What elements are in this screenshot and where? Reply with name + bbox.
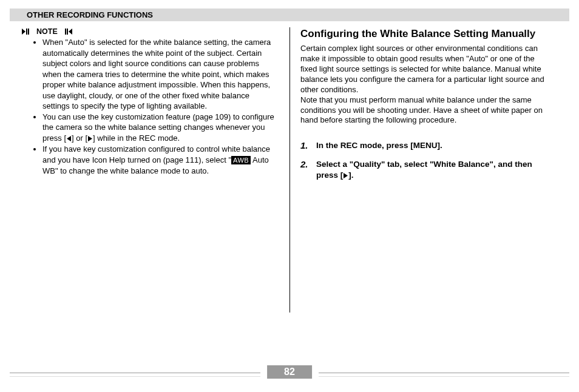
step-text: Select a "Quality" tab, select "White Ba… bbox=[316, 159, 552, 181]
note-icon-right bbox=[60, 29, 72, 35]
svg-marker-0 bbox=[22, 29, 25, 35]
footer-rule bbox=[319, 373, 569, 373]
step-item: 2. Select a "Quality" tab, select "White… bbox=[300, 159, 552, 181]
note-heading: NOTE bbox=[22, 27, 279, 36]
note-label: NOTE bbox=[36, 27, 58, 36]
step-item: 1. In the REC mode, press [MENU]. bbox=[300, 140, 552, 151]
body-paragraph: Certain complex light sources or other e… bbox=[300, 44, 552, 95]
note-bullet: You can use the key customization featur… bbox=[42, 112, 279, 144]
content-columns: NOTE When "Auto" is selected for the whi… bbox=[10, 27, 569, 189]
right-triangle-icon bbox=[343, 171, 348, 181]
page-footer: 82 bbox=[10, 365, 569, 380]
footer-rule bbox=[10, 376, 260, 377]
subsection-title: Configuring the White Balance Setting Ma… bbox=[300, 27, 552, 40]
note-bullet-list: When "Auto" is selected for the white ba… bbox=[27, 37, 279, 176]
note-bullet: When "Auto" is selected for the white ba… bbox=[42, 37, 279, 112]
svg-rect-4 bbox=[67, 29, 68, 35]
note-bullet-text: ] or [ bbox=[72, 133, 87, 143]
note-icon-left bbox=[22, 29, 34, 35]
svg-rect-2 bbox=[28, 29, 29, 35]
awb-icon: AWB bbox=[231, 156, 251, 164]
footer-rule bbox=[319, 376, 569, 377]
svg-marker-6 bbox=[67, 136, 71, 141]
column-divider bbox=[290, 27, 290, 313]
right-triangle-icon bbox=[87, 133, 93, 144]
note-bullet-text: When "Auto" is selected for the white ba… bbox=[42, 38, 271, 110]
step-number: 2. bbox=[300, 159, 311, 181]
note-bullet: If you have key customization configured… bbox=[42, 144, 279, 176]
body-paragraph: Note that you must perform manual white … bbox=[300, 95, 552, 126]
svg-rect-3 bbox=[65, 29, 66, 35]
svg-marker-7 bbox=[88, 136, 92, 141]
page-number-badge: 82 bbox=[267, 365, 312, 379]
svg-rect-1 bbox=[26, 29, 27, 35]
step-text-part: ]. bbox=[348, 171, 353, 180]
svg-marker-5 bbox=[69, 29, 72, 35]
left-column: NOTE When "Auto" is selected for the whi… bbox=[10, 27, 290, 189]
left-triangle-icon bbox=[66, 133, 72, 144]
svg-marker-8 bbox=[344, 173, 348, 178]
note-bullet-text: ] while in the REC mode. bbox=[93, 133, 180, 143]
footer-rule bbox=[10, 373, 260, 373]
step-list: 1. In the REC mode, press [MENU]. 2. Sel… bbox=[300, 140, 552, 181]
step-number: 1. bbox=[300, 140, 311, 151]
section-header-text: OTHER RECORDING FUNCTIONS bbox=[27, 10, 153, 19]
right-column: Configuring the White Balance Setting Ma… bbox=[290, 27, 569, 189]
step-text: In the REC mode, press [MENU]. bbox=[316, 140, 442, 151]
section-header: OTHER RECORDING FUNCTIONS bbox=[10, 8, 569, 21]
